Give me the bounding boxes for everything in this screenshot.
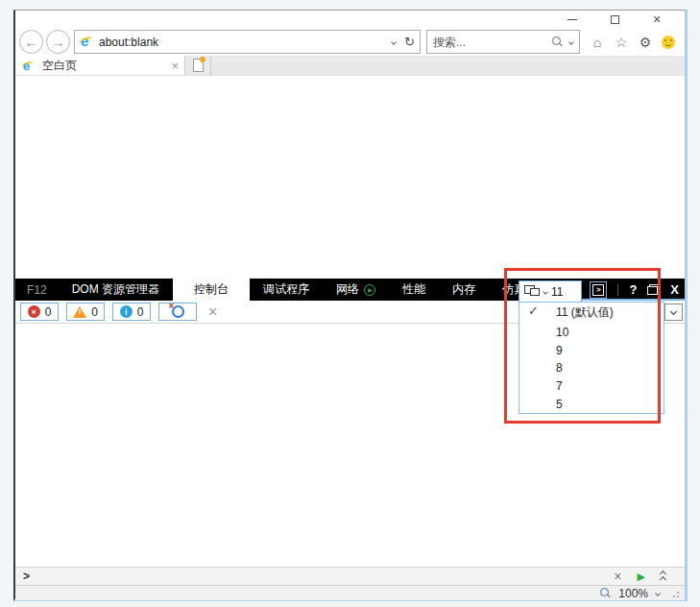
search-icon[interactable] xyxy=(551,36,563,48)
maximize-button[interactable] xyxy=(608,12,621,26)
error-icon: × xyxy=(28,305,40,318)
console-prompt-icon: > xyxy=(592,284,604,296)
clear-console-icon[interactable]: × xyxy=(208,304,217,321)
info-count: 0 xyxy=(137,305,144,319)
address-dropdown-icon[interactable] xyxy=(391,39,397,45)
document-mode-value: 11 xyxy=(551,285,563,299)
status-bar: 100% xyxy=(15,585,685,600)
search-box[interactable] xyxy=(426,30,580,54)
doc-mode-option-11[interactable]: ✓ 11 (默认值) xyxy=(519,303,664,324)
f12-label: F12 xyxy=(15,279,59,301)
close-icon: × xyxy=(653,14,661,24)
devtools-tab-bar: F12 DOM 资源管理器 控制台 调试程序 网络 ▶ 性能 内存 仿真 > ?… xyxy=(15,279,685,301)
document-mode-dropdown: ✓ 11 (默认值) 10 9 8 7 5 xyxy=(519,302,664,414)
check-icon: ✓ xyxy=(528,304,539,318)
settings-icon[interactable]: ⚙ xyxy=(638,35,653,50)
back-button[interactable]: ← xyxy=(19,30,43,54)
address-bar[interactable]: e about:blank ↻ xyxy=(74,30,421,54)
favorites-icon[interactable]: ☆ xyxy=(614,35,629,50)
tab-label: 空白页 xyxy=(42,58,77,74)
navigation-bar: ← → e about:blank ↻ ⌂ ☆ ⚙ xyxy=(15,28,685,56)
devtools-close-button[interactable]: X xyxy=(670,282,682,297)
title-bar: × xyxy=(15,11,685,28)
separator xyxy=(617,284,618,296)
error-filter-button[interactable]: × 0 xyxy=(20,303,59,321)
warning-filter-button[interactable]: ! 0 xyxy=(66,303,105,321)
document-mode-button[interactable]: 11 xyxy=(519,280,582,302)
chevron-down-icon xyxy=(670,307,677,314)
clear-on-navigate-button[interactable] xyxy=(158,303,197,321)
doc-mode-option-9[interactable]: 9 xyxy=(519,341,664,359)
minimize-button[interactable] xyxy=(566,12,579,26)
clear-on-navigate-icon xyxy=(172,305,184,318)
doc-mode-option-5[interactable]: 5 xyxy=(519,395,664,413)
warning-count: 0 xyxy=(91,305,98,319)
target-selector-button[interactable] xyxy=(664,304,683,321)
help-button[interactable]: ? xyxy=(629,282,637,297)
home-icon[interactable]: ⌂ xyxy=(590,35,605,50)
tab-performance[interactable]: 性能 xyxy=(389,279,439,301)
error-count: 0 xyxy=(45,305,52,319)
cancel-input-icon[interactable]: × xyxy=(614,569,621,584)
doc-mode-option-7[interactable]: 7 xyxy=(519,377,664,396)
tab-blank-page[interactable]: e 空白页 × xyxy=(15,56,185,75)
tab-dom-explorer[interactable]: DOM 资源管理器 xyxy=(59,279,173,301)
zoom-dropdown-icon[interactable] xyxy=(655,591,661,596)
new-tab-button[interactable] xyxy=(185,56,211,75)
info-icon: i xyxy=(120,305,133,318)
new-tab-icon xyxy=(193,59,204,72)
forward-icon: → xyxy=(52,35,65,50)
ie-favicon: e xyxy=(80,35,94,49)
doc-mode-option-8[interactable]: 8 xyxy=(519,359,664,377)
forward-button[interactable]: → xyxy=(46,30,70,54)
zoom-level: 100% xyxy=(618,587,648,600)
run-script-icon[interactable]: ▶ xyxy=(638,571,645,583)
console-input-row[interactable]: > × ▶ xyxy=(15,567,685,585)
screenshot-stage: × ← → e about:blank ↻ ⌂ ☆ ⚙ xyxy=(0,0,700,607)
search-input[interactable] xyxy=(433,36,551,49)
expand-input-icon[interactable] xyxy=(661,571,665,582)
maximize-icon xyxy=(611,15,619,24)
url-text: about:blank xyxy=(99,36,158,49)
info-filter-button[interactable]: i 0 xyxy=(112,303,151,321)
tab-network[interactable]: 网络 ▶ xyxy=(323,279,389,301)
back-icon: ← xyxy=(25,35,38,50)
tab-strip: e 空白页 × xyxy=(15,56,685,76)
page-content xyxy=(15,76,685,279)
console-panel-button[interactable]: > xyxy=(590,281,607,299)
unpin-icon[interactable] xyxy=(647,284,660,295)
console-prompt: > xyxy=(23,570,30,583)
screens-icon xyxy=(524,285,540,298)
feedback-smiley-icon[interactable] xyxy=(662,36,675,49)
doc-mode-option-10[interactable]: 10 xyxy=(519,324,664,342)
search-dropdown-icon[interactable] xyxy=(568,39,574,45)
minimize-icon xyxy=(567,19,577,20)
network-record-icon: ▶ xyxy=(364,284,375,296)
close-button[interactable]: × xyxy=(650,12,664,26)
tab-favicon: e xyxy=(22,59,36,72)
zoom-icon xyxy=(599,588,611,599)
refresh-icon[interactable]: ↻ xyxy=(404,35,415,49)
tab-memory[interactable]: 内存 xyxy=(439,279,489,301)
tab-close-icon[interactable]: × xyxy=(171,59,179,73)
tab-console[interactable]: 控制台 xyxy=(173,279,250,301)
resize-grip[interactable] xyxy=(671,590,679,597)
warning-icon: ! xyxy=(73,305,86,318)
browser-window: × ← → e about:blank ↻ ⌂ ☆ ⚙ xyxy=(13,10,688,601)
chevron-down-icon xyxy=(543,289,548,295)
tab-debugger[interactable]: 调试程序 xyxy=(250,279,323,301)
